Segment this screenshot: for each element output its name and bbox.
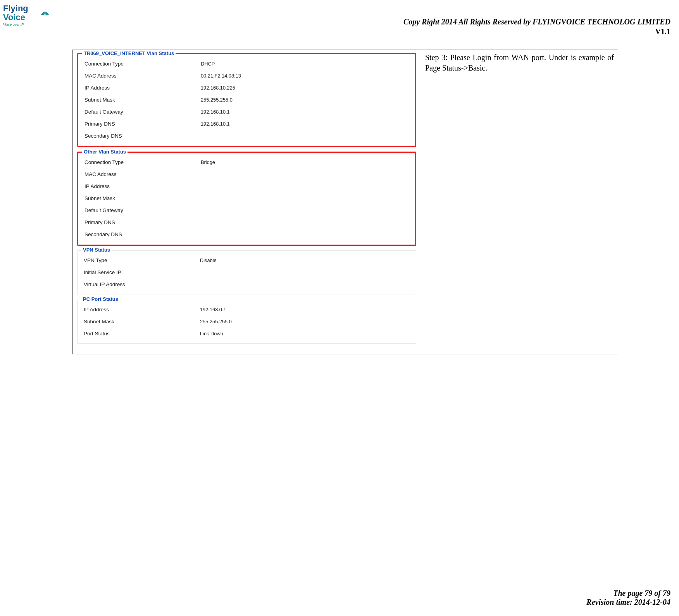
status-row: VPN TypeDisable: [82, 255, 411, 267]
row-label: Connection Type: [84, 60, 201, 68]
section-vpn-status: VPN Status VPN TypeDisable Initial Servi…: [77, 250, 416, 295]
status-row: Secondary DNS: [83, 229, 410, 241]
row-label: Secondary DNS: [84, 132, 201, 140]
row-label: Secondary DNS: [84, 231, 201, 239]
revision-time: Revision time: 2014-12-04: [586, 598, 670, 607]
status-row: Port StatusLink Down: [82, 328, 411, 340]
row-label: IP Address: [84, 84, 201, 92]
status-row: MAC Address: [83, 169, 410, 181]
document-footer: The page 79 of 79 Revision time: 2014-12…: [586, 589, 670, 607]
row-value: 192.168.0.1: [200, 306, 226, 314]
status-row: Default Gateway: [83, 205, 410, 217]
status-row: MAC Address00:21:F2:14:08:13: [83, 70, 410, 82]
row-label: IP Address: [84, 306, 200, 314]
row-value: Link Down: [200, 330, 223, 338]
row-label: VPN Type: [84, 257, 200, 265]
instruction-cell: Step 3: Please Login from WAN port. Unde…: [421, 50, 618, 354]
status-row: Primary DNS192.168.10.1: [83, 118, 410, 130]
status-row: Default Gateway192.168.10.1: [83, 106, 410, 118]
row-label: MAC Address: [84, 171, 201, 179]
content-table: TR069_VOICE_INTERNET Vlan Status Connect…: [72, 50, 618, 354]
status-row: IP Address192.168.0.1: [82, 304, 411, 316]
row-value: Disable: [200, 257, 217, 265]
status-row: Subnet Mask255.255.255.0: [83, 94, 410, 106]
screenshot-cell: TR069_VOICE_INTERNET Vlan Status Connect…: [72, 50, 421, 354]
status-row: Subnet Mask: [83, 193, 410, 205]
document-header: Copy Right 2014 All Rights Reserved by F…: [403, 17, 670, 36]
row-label: Virtual IP Address: [84, 281, 200, 289]
row-label: Port Status: [84, 330, 200, 338]
row-value: Bridge: [201, 159, 215, 167]
status-row: Connection TypeBridge: [83, 157, 410, 169]
row-label: IP Address: [84, 183, 201, 191]
section-title: Other Vlan Status: [82, 149, 128, 155]
row-value: DHCP: [201, 60, 215, 68]
row-label: Default Gateway: [84, 207, 201, 215]
status-row: Secondary DNS: [83, 130, 410, 142]
section-tr069-vlan-status: TR069_VOICE_INTERNET Vlan Status Connect…: [77, 53, 416, 147]
row-value: 00:21:F2:14:08:13: [201, 72, 241, 80]
copyright-text: Copy Right 2014 All Rights Reserved by F…: [403, 17, 670, 26]
row-label: Initial Service IP: [84, 269, 200, 277]
status-row: Initial Service IP: [82, 267, 411, 279]
row-label: Subnet Mask: [84, 96, 201, 104]
row-value: 192.168.10.225: [201, 84, 235, 92]
row-value: 192.168.10.1: [201, 120, 230, 128]
section-pc-port-status: PC Port Status IP Address192.168.0.1 Sub…: [77, 300, 416, 344]
instruction-text: Step 3: Please Login from WAN port. Unde…: [425, 53, 614, 72]
logo-text-top: Flying: [3, 3, 28, 13]
row-label: Subnet Mask: [84, 318, 200, 326]
row-value: 255.255.255.0: [201, 96, 233, 104]
status-row: Primary DNS: [83, 217, 410, 229]
row-label: Default Gateway: [84, 108, 201, 116]
logo-tagline: Voice over IP: [3, 22, 46, 26]
brand-logo: Flying Voice Voice over IP: [3, 4, 46, 27]
status-row: Connection TypeDHCP: [83, 58, 410, 70]
row-label: Primary DNS: [84, 219, 201, 227]
status-row: Virtual IP Address: [82, 279, 411, 291]
logo-text-bottom: Voice: [3, 12, 25, 22]
status-row: Subnet Mask255.255.255.0: [82, 316, 411, 328]
row-label: MAC Address: [84, 72, 201, 80]
section-other-vlan-status: Other Vlan Status Connection TypeBridge …: [77, 152, 416, 245]
waves-icon: [40, 7, 50, 18]
page-number: The page 79 of 79: [586, 589, 670, 598]
status-row: IP Address192.168.10.225: [83, 82, 410, 94]
row-label: Connection Type: [84, 159, 201, 167]
version-text: V1.1: [403, 27, 670, 36]
status-row: IP Address: [83, 181, 410, 193]
row-value: 255.255.255.0: [200, 318, 232, 326]
section-title: TR069_VOICE_INTERNET Vlan Status: [82, 50, 176, 56]
row-value: 192.168.10.1: [201, 108, 230, 116]
row-label: Primary DNS: [84, 120, 201, 128]
row-label: Subnet Mask: [84, 195, 201, 203]
section-title: PC Port Status: [81, 296, 120, 302]
section-title: VPN Status: [81, 247, 112, 253]
